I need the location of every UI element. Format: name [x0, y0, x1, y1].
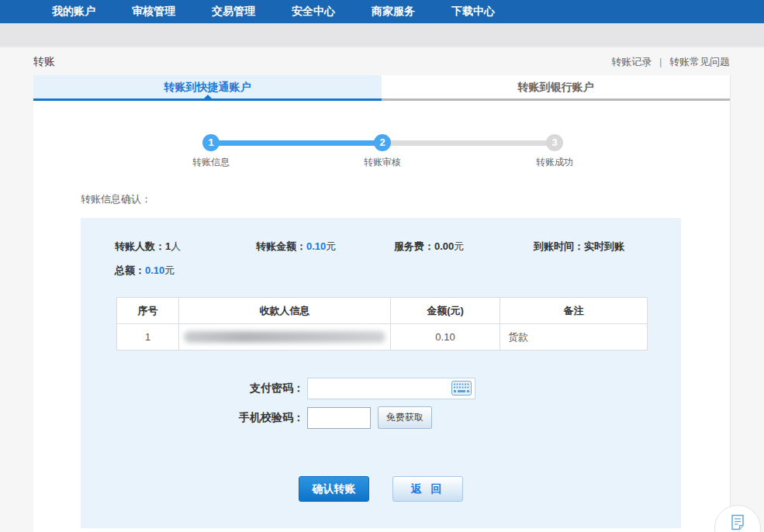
secondary-bar: [0, 23, 764, 47]
summary-total-label: 总额：: [115, 264, 145, 276]
payee-redacted-blur: [184, 331, 385, 343]
summary-arrival-time: 到账时间：实时到账: [534, 240, 624, 254]
nav-item-my-account[interactable]: 我的账户: [52, 5, 95, 19]
payment-password-input[interactable]: [307, 378, 475, 399]
nav-item-merchant-services[interactable]: 商家服务: [372, 5, 415, 19]
nav-item-audit-management[interactable]: 审核管理: [132, 5, 175, 19]
summary-total-value: 0.10: [145, 264, 164, 276]
summary-service-fee-label: 服务费：: [394, 240, 434, 252]
table-row: 1 0.10 货款: [117, 324, 648, 351]
summary-transfer-count: 转账人数：1人: [115, 240, 256, 254]
summary-total: 总额：0.10元: [115, 264, 175, 278]
sms-code-label: 手机校验码：: [81, 411, 304, 425]
payment-password-label: 支付密码：: [81, 382, 304, 396]
summary-transfer-count-label: 转账人数：: [115, 240, 165, 252]
col-header-amount: 金额(元): [391, 298, 500, 324]
step-2-label: 转账审核: [344, 156, 421, 169]
col-header-index: 序号: [117, 298, 179, 324]
cell-index: 1: [117, 324, 179, 351]
header-links: 转账记录 | 转账常见问题: [611, 55, 730, 69]
summary-arrival-time-value: 实时到账: [584, 240, 624, 252]
step-2-circle: 2: [374, 134, 391, 151]
summary-service-fee-suffix: 元: [454, 240, 464, 252]
action-row: 确认转账 返 回: [81, 476, 681, 502]
step-1-circle: 1: [202, 134, 220, 151]
nav-item-download-center[interactable]: 下载中心: [451, 5, 495, 19]
summary-transfer-count-suffix: 人: [171, 240, 181, 252]
payment-password-wrap: [307, 378, 475, 399]
recipients-table: 序号 收款人信息 金额(元) 备注 1 0.10 货款: [116, 297, 648, 351]
confirm-panel: 转账人数：1人 转账金额：0.10元 服务费：0.00元 到账时间：实时到账 总…: [81, 218, 681, 528]
transfer-review-page: { "nav": { "items": ["我的账户", "审核管理", "交易…: [0, 0, 764, 532]
summary-service-fee: 服务费：0.00元: [394, 240, 534, 254]
stepper-connector-2-3: [382, 140, 555, 146]
cell-payee-info: [179, 324, 391, 351]
summary-transfer-amount: 转账金额：0.10元: [256, 240, 394, 254]
summary-transfer-amount-suffix: 元: [326, 240, 336, 252]
sms-code-row: 手机校验码： 免费获取: [81, 406, 681, 429]
col-header-payee-info: 收款人信息: [179, 298, 391, 324]
transfer-faq-link[interactable]: 转账常见问题: [669, 56, 730, 67]
payment-password-row: 支付密码：: [81, 378, 681, 399]
page-title: 转账: [33, 55, 55, 69]
keyboard-icon[interactable]: [451, 381, 472, 396]
transfer-records-link[interactable]: 转账记录: [611, 56, 652, 67]
summary-arrival-time-label: 到账时间：: [534, 240, 584, 252]
nav-item-security-center[interactable]: 安全中心: [292, 5, 335, 19]
cell-amount: 0.10: [391, 324, 500, 351]
tab-transfer-to-bank-account[interactable]: 转账到银行账户: [382, 75, 730, 101]
transfer-tabs: 转账到快捷通账户 转账到银行账户: [33, 75, 730, 101]
confirm-transfer-button[interactable]: 确认转账: [299, 476, 369, 502]
link-separator: |: [659, 56, 662, 67]
transfer-card: 转账到快捷通账户 转账到银行账户 1 2 3 转账信息 转账审核 转账成功 转账…: [33, 75, 731, 532]
top-nav: 我的账户 审核管理 交易管理 安全中心 商家服务 下载中心: [0, 0, 764, 23]
card-body: 1 2 3 转账信息 转账审核 转账成功 转账信息确认： 转账人数：1人 转账金…: [33, 101, 730, 532]
summary-service-fee-value: 0.00: [434, 240, 454, 252]
nav-item-transaction-management[interactable]: 交易管理: [212, 5, 255, 19]
summary-transfer-amount-label: 转账金额：: [256, 240, 306, 252]
table-header-row: 序号 收款人信息 金额(元) 备注: [117, 298, 648, 324]
summary-total-suffix: 元: [164, 264, 175, 276]
tab-transfer-to-kuaijietong-account[interactable]: 转账到快捷通账户: [33, 75, 382, 101]
step-3-circle: 3: [546, 134, 563, 151]
confirm-section-label: 转账信息确认：: [81, 192, 151, 206]
get-sms-code-button[interactable]: 免费获取: [378, 406, 432, 429]
step-3-label: 转账成功: [516, 156, 593, 169]
summary-transfer-amount-value: 0.10: [306, 240, 326, 252]
step-1-label: 转账信息: [172, 156, 250, 169]
col-header-note: 备注: [500, 298, 648, 324]
stepper-connector-1-2: [211, 140, 382, 146]
cell-note: 货款: [500, 324, 648, 351]
summary-row-1: 转账人数：1人 转账金额：0.10元 服务费：0.00元 到账时间：实时到账: [115, 218, 681, 254]
back-button[interactable]: 返 回: [392, 476, 463, 502]
sms-code-input[interactable]: [307, 407, 371, 429]
page-header: 转账 转账记录 | 转账常见问题: [33, 55, 730, 69]
summary-row-2: 总额：0.10元: [115, 264, 681, 278]
feedback-document-icon: [731, 514, 745, 530]
